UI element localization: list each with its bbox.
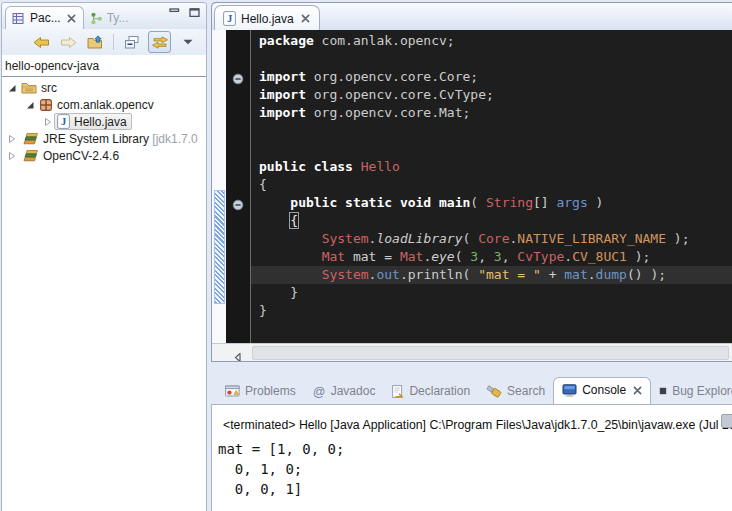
- console-toolbar-button[interactable]: [721, 414, 732, 428]
- panel-window-buttons: [169, 8, 200, 17]
- fold-collapse-icon[interactable]: [232, 197, 244, 215]
- tree-separator: [2, 76, 206, 77]
- left-tab-bar: Pac...Ty...: [2, 3, 206, 29]
- collapsed-arrow-icon[interactable]: [42, 117, 54, 127]
- bottom-tab-bar: Problems@JavadocDeclarationSearchConsole…: [211, 376, 732, 404]
- expanded-arrow-icon[interactable]: [24, 100, 36, 110]
- searchlight-icon: [486, 385, 502, 398]
- expanded-arrow-icon[interactable]: [6, 83, 18, 93]
- srcfolder-icon: [21, 81, 37, 94]
- view-tab-package-explorer[interactable]: Pac...: [5, 6, 84, 29]
- javafile-icon: J: [57, 114, 70, 129]
- view-tab-console[interactable]: Console: [553, 377, 651, 404]
- code-line-7[interactable]: [259, 140, 732, 158]
- code-line-4[interactable]: import org.opencv.core.CvType;: [259, 86, 732, 104]
- maximize-button[interactable]: [189, 8, 200, 17]
- package-icon: [39, 98, 53, 112]
- editor-horizontal-scrollbar[interactable]: [212, 343, 732, 361]
- tree-item-jre-system-library[interactable]: JRE System Library [jdk1.7.0: [2, 130, 206, 147]
- folding-gutter[interactable]: [226, 30, 251, 344]
- forward-button[interactable]: [58, 32, 79, 52]
- view-tab-label: Search: [507, 384, 545, 398]
- left-tabs: Pac...Ty...: [5, 6, 135, 29]
- java-file-icon: J: [223, 11, 236, 26]
- view-tab-label: Bug Explorer: [672, 384, 732, 398]
- tree-rows: srccom.anlak.opencvJHello.javaJRE System…: [2, 79, 206, 164]
- view-tab-label: Console: [582, 383, 626, 397]
- code-area[interactable]: package com.anlak.opencv;import org.open…: [251, 30, 732, 344]
- typehier-icon: [90, 12, 103, 25]
- up-button[interactable]: [85, 32, 106, 52]
- package-explorer-toolbar: [2, 29, 206, 55]
- code-line-1[interactable]: package com.anlak.opencv;: [259, 32, 732, 50]
- view-tab-label: Declaration: [409, 384, 470, 398]
- back-icon: [33, 36, 50, 49]
- view-tab-label: Ty...: [107, 11, 129, 25]
- back-button[interactable]: [31, 32, 52, 52]
- code-line-13[interactable]: Mat mat = Mat.eye( 3, 3, CvType.CV_8UC1 …: [259, 248, 732, 266]
- view-tab-javadoc[interactable]: @Javadoc: [304, 379, 384, 404]
- svg-text:J: J: [227, 13, 232, 24]
- scrollbar-thumb[interactable]: [252, 346, 729, 360]
- close-icon[interactable]: [633, 386, 642, 395]
- view-tab-search[interactable]: Search: [478, 379, 553, 404]
- view-tab-label: Pac...: [30, 11, 61, 25]
- code-line-14[interactable]: System.out.println( "mat = " + mat.dump(…: [251, 266, 732, 284]
- code-line-15[interactable]: }: [259, 284, 732, 302]
- code-line-10[interactable]: public static void main( String[] args ): [259, 194, 732, 212]
- code-line-6[interactable]: [259, 122, 732, 140]
- link-with-editor-icon: [151, 36, 169, 49]
- project-root-label: hello-opencv-java: [5, 59, 99, 73]
- view-tab-problems[interactable]: Problems: [217, 379, 304, 404]
- annotation-ruler[interactable]: [212, 30, 226, 344]
- tree-item-src[interactable]: src: [2, 79, 206, 96]
- tree-item-box: JRE System Library [jdk1.7.0: [18, 131, 203, 147]
- tree-item-com-anlak-opencv[interactable]: com.anlak.opencv: [2, 96, 206, 113]
- view-menu-button[interactable]: [177, 32, 198, 52]
- tree-item-box: JHello.java: [54, 113, 132, 130]
- code-line-8[interactable]: public class Hello: [259, 158, 732, 176]
- eclipse-workbench: { "colors": { "workbench_bg": "#e3eaf6",…: [0, 0, 732, 511]
- collapse-all-button[interactable]: [121, 32, 142, 52]
- console-header: <terminated> Hello [Java Application] C:…: [212, 405, 732, 432]
- declaration-icon: [391, 385, 404, 398]
- collapsed-arrow-icon[interactable]: [6, 151, 18, 161]
- svg-text:@: @: [312, 385, 325, 398]
- view-tab-bug-explorer[interactable]: Bug Explorer: [651, 379, 732, 404]
- editor-tab-label: Hello.java: [241, 12, 294, 26]
- forward-icon: [60, 36, 77, 49]
- tree-item-hello-java[interactable]: JHello.java: [2, 113, 206, 130]
- code-line-12[interactable]: System.loadLibrary( Core.NATIVE_LIBRARY_…: [259, 230, 732, 248]
- editor-tab-hello-java[interactable]: J Hello.java: [214, 5, 320, 30]
- project-root-item[interactable]: hello-opencv-java: [2, 56, 206, 75]
- up-icon: [87, 35, 104, 49]
- collapsed-arrow-icon[interactable]: [6, 134, 18, 144]
- code-line-2[interactable]: [259, 50, 732, 68]
- console-output[interactable]: mat = [1, 0, 0; 0, 1, 0; 0, 0, 1]: [212, 439, 732, 499]
- svg-text:J: J: [61, 116, 66, 127]
- code-line-11[interactable]: {: [259, 212, 732, 230]
- link-with-editor-button[interactable]: [148, 31, 171, 53]
- code-line-3[interactable]: import org.opencv.core.Core;: [259, 68, 732, 86]
- package-explorer-tree: hello-opencv-java srccom.anlak.opencvJHe…: [2, 55, 206, 164]
- view-tab-type-hierarchy[interactable]: Ty...: [84, 7, 136, 29]
- scroll-left-arrow-icon[interactable]: [234, 348, 242, 362]
- library-icon: [21, 132, 39, 146]
- console-view: <terminated> Hello [Java Application] C:…: [211, 404, 732, 511]
- pkgexp-icon: [12, 12, 26, 25]
- code-line-5[interactable]: import org.opencv.core.Mat;: [259, 104, 732, 122]
- editor-area: J Hello.java package com.anlak.opencv;im…: [211, 2, 732, 362]
- tree-item-opencv-2-4-6[interactable]: OpenCV-2.4.6: [2, 147, 206, 164]
- view-tab-label: Problems: [245, 384, 296, 398]
- package-explorer-panel: Pac...Ty... hello-opencv-java srccom.anl…: [1, 2, 207, 511]
- close-icon[interactable]: [67, 14, 76, 23]
- view-tab-declaration[interactable]: Declaration: [383, 379, 478, 404]
- bottom-view-stack: Problems@JavadocDeclarationSearchConsole…: [211, 376, 732, 511]
- library-icon: [21, 149, 39, 163]
- fold-collapse-icon[interactable]: [232, 71, 244, 89]
- code-line-9[interactable]: {: [259, 176, 732, 194]
- close-icon[interactable]: [301, 14, 310, 23]
- code-line-16[interactable]: }: [259, 302, 732, 320]
- minimize-button[interactable]: [169, 8, 180, 17]
- view-tab-label: Javadoc: [331, 384, 376, 398]
